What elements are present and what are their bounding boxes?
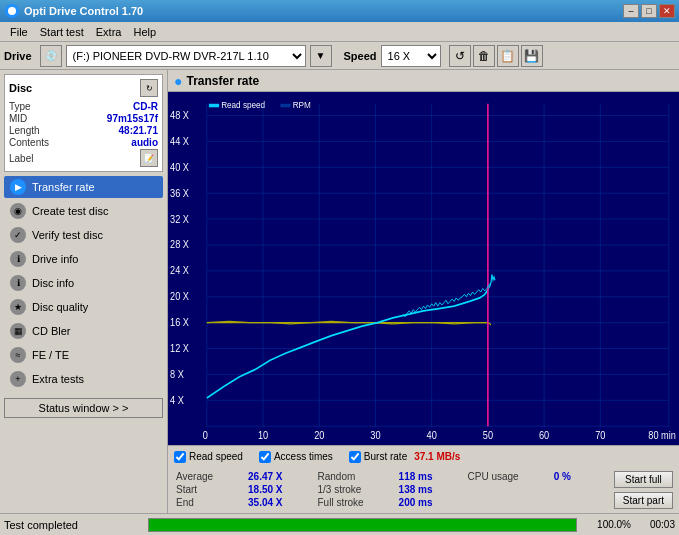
- end-value: 35.04 X: [248, 497, 311, 508]
- sidebar-item-transfer-rate[interactable]: ▶ Transfer rate: [4, 176, 163, 198]
- svg-text:70: 70: [595, 430, 606, 442]
- svg-text:RPM: RPM: [293, 100, 311, 111]
- drive-select[interactable]: (F:) PIONEER DVD-RW DVR-217L 1.10: [66, 45, 306, 67]
- disc-refresh-button[interactable]: ↻: [140, 79, 158, 97]
- svg-text:10: 10: [258, 430, 269, 442]
- refresh-drive-button[interactable]: ▼: [310, 45, 332, 67]
- start-value: 18.50 X: [248, 484, 311, 495]
- svg-rect-46: [209, 104, 219, 108]
- create-test-disc-icon: ◉: [10, 203, 26, 219]
- menu-extra[interactable]: Extra: [90, 24, 128, 40]
- drive-info-label: Drive info: [32, 253, 78, 265]
- disc-mid-label: MID: [9, 113, 27, 124]
- extra-tests-icon: +: [10, 371, 26, 387]
- svg-text:44 X: 44 X: [170, 135, 189, 147]
- sidebar-item-create-test-disc[interactable]: ◉ Create test disc: [4, 200, 163, 222]
- menu-help[interactable]: Help: [127, 24, 162, 40]
- speed-select[interactable]: 16 X: [381, 45, 441, 67]
- fe-te-icon: ≈: [10, 347, 26, 363]
- read-speed-control[interactable]: Read speed: [174, 451, 243, 463]
- cpu-label: CPU usage: [468, 471, 548, 482]
- disc-info-label: Disc info: [32, 277, 74, 289]
- sidebar-item-cd-bler[interactable]: ▦ CD Bler: [4, 320, 163, 342]
- buttons-section: Start full Start part: [608, 467, 679, 513]
- end-label: End: [176, 497, 242, 508]
- verify-test-disc-label: Verify test disc: [32, 229, 103, 241]
- minimize-button[interactable]: –: [623, 4, 639, 18]
- drive-icon-button[interactable]: 💿: [40, 45, 62, 67]
- progress-percent: 100.0%: [581, 519, 631, 530]
- disc-label-button[interactable]: 📝: [140, 149, 158, 167]
- svg-text:20 X: 20 X: [170, 291, 189, 303]
- chart-area: 48 X 44 X 40 X 36 X 32 X 28 X 24 X 20 X …: [168, 92, 679, 445]
- burst-rate-checkbox[interactable]: [349, 451, 361, 463]
- burst-rate-value: 37.1 MB/s: [414, 451, 460, 462]
- time-text: 00:03: [635, 519, 675, 530]
- drive-info-icon: ℹ: [10, 251, 26, 267]
- svg-text:30: 30: [370, 430, 381, 442]
- drive-label: Drive: [4, 50, 32, 62]
- svg-text:4 X: 4 X: [170, 394, 184, 406]
- disc-type-label: Type: [9, 101, 31, 112]
- svg-text:40 X: 40 X: [170, 161, 189, 173]
- back-button[interactable]: ↺: [449, 45, 471, 67]
- title-bar: Opti Drive Control 1.70 – □ ✕: [0, 0, 679, 22]
- read-speed-checkbox[interactable]: [174, 451, 186, 463]
- sidebar-item-disc-info[interactable]: ℹ Disc info: [4, 272, 163, 294]
- svg-text:32 X: 32 X: [170, 213, 189, 225]
- svg-text:20: 20: [314, 430, 325, 442]
- fullstroke-value: 200 ms: [399, 497, 462, 508]
- read-speed-ctrl-label: Read speed: [189, 451, 243, 462]
- svg-text:0: 0: [203, 430, 209, 442]
- svg-text:60: 60: [539, 430, 550, 442]
- access-times-control[interactable]: Access times: [259, 451, 333, 463]
- access-times-checkbox[interactable]: [259, 451, 271, 463]
- average-value: 26.47 X: [248, 471, 311, 482]
- cd-bler-label: CD Bler: [32, 325, 71, 337]
- sidebar-item-drive-info[interactable]: ℹ Drive info: [4, 248, 163, 270]
- progress-container: [148, 518, 577, 532]
- stats-grid: Average 26.47 X Random 118 ms CPU usage …: [176, 471, 600, 508]
- disc-mid-value: 97m15s17f: [107, 113, 158, 124]
- menu-start-test[interactable]: Start test: [34, 24, 90, 40]
- status-window-button[interactable]: Status window > >: [4, 398, 163, 418]
- disc-type-value: CD-R: [133, 101, 158, 112]
- chart-icon: ●: [174, 73, 182, 89]
- sidebar-item-disc-quality[interactable]: ★ Disc quality: [4, 296, 163, 318]
- save-button[interactable]: 💾: [521, 45, 543, 67]
- close-button[interactable]: ✕: [659, 4, 675, 18]
- erase-button[interactable]: 🗑: [473, 45, 495, 67]
- toolbar-buttons: ↺ 🗑 📋 💾: [449, 45, 543, 67]
- sidebar-item-verify-test-disc[interactable]: ✓ Verify test disc: [4, 224, 163, 246]
- random-label: Random: [318, 471, 393, 482]
- burst-rate-ctrl-label: Burst rate: [364, 451, 407, 462]
- svg-text:Read speed: Read speed: [221, 100, 265, 111]
- sidebar-item-fe-te[interactable]: ≈ FE / TE: [4, 344, 163, 366]
- disc-quality-label: Disc quality: [32, 301, 88, 313]
- random-value: 118 ms: [399, 471, 462, 482]
- svg-rect-2: [168, 92, 679, 445]
- start-full-button[interactable]: Start full: [614, 471, 673, 488]
- create-test-disc-label: Create test disc: [32, 205, 108, 217]
- stats-section: Average 26.47 X Random 118 ms CPU usage …: [168, 467, 608, 513]
- svg-text:50: 50: [483, 430, 494, 442]
- status-text: Test completed: [4, 519, 144, 531]
- svg-text:36 X: 36 X: [170, 187, 189, 199]
- stroke1-value: 138 ms: [399, 484, 462, 495]
- burst-rate-control[interactable]: Burst rate 37.1 MB/s: [349, 451, 461, 463]
- copy-button[interactable]: 📋: [497, 45, 519, 67]
- svg-rect-48: [280, 104, 290, 108]
- start-part-button[interactable]: Start part: [614, 492, 673, 509]
- menu-file[interactable]: File: [4, 24, 34, 40]
- cd-bler-icon: ▦: [10, 323, 26, 339]
- disc-panel: Disc ↻ Type CD-R MID 97m15s17f Length 48…: [4, 74, 163, 172]
- chart-svg: 48 X 44 X 40 X 36 X 32 X 28 X 24 X 20 X …: [168, 92, 679, 445]
- extra-tests-label: Extra tests: [32, 373, 84, 385]
- svg-text:16 X: 16 X: [170, 317, 189, 329]
- disc-info-icon: ℹ: [10, 275, 26, 291]
- disc-contents-value: audio: [131, 137, 158, 148]
- maximize-button[interactable]: □: [641, 4, 657, 18]
- sidebar-item-extra-tests[interactable]: + Extra tests: [4, 368, 163, 390]
- svg-text:8 X: 8 X: [170, 368, 184, 380]
- title-bar-buttons: – □ ✕: [623, 4, 675, 18]
